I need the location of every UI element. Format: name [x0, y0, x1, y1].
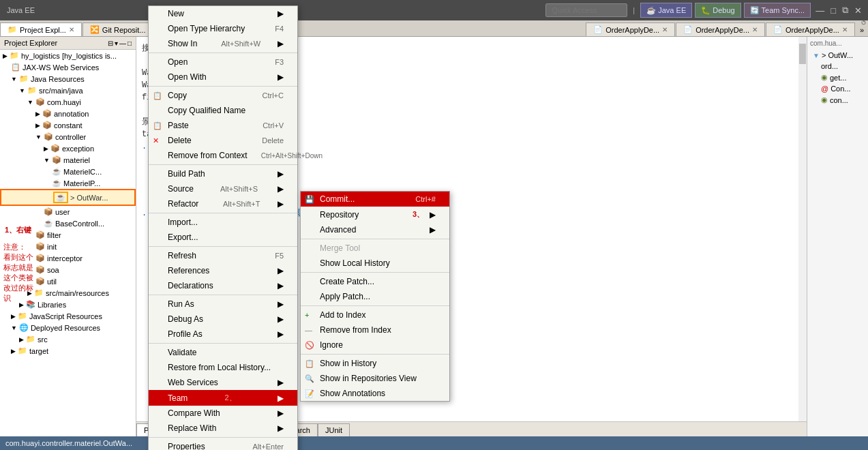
menu-item-remove-context[interactable]: Remove from Context Ctrl+Alt+Shift+Down [149, 148, 297, 163]
tree-item-controller[interactable]: ▼ 📦 controller [0, 131, 136, 142]
menu-item-copy-qualified[interactable]: Copy Qualified Name [149, 103, 297, 118]
menu-item-properties[interactable]: Properties Alt+Enter [149, 439, 297, 450]
submenu-merge-tool[interactable]: Merge Tool [301, 241, 449, 256]
panel-min-icon[interactable]: — [119, 40, 126, 47]
submenu-show-local-history[interactable]: Show Local History [301, 256, 449, 271]
outline-item-ord[interactable]: ord... [810, 61, 865, 72]
menu-item-open-type-hier[interactable]: Open Type Hierarchy F4 [149, 21, 297, 36]
menu-item-import[interactable]: Import... [149, 215, 297, 230]
quick-access-input[interactable] [545, 3, 627, 17]
submenu-show-history[interactable]: 📋 Show in History [301, 356, 449, 371]
tree-item-init[interactable]: 📦 init [0, 241, 136, 252]
close-editor-tab-2[interactable]: ✕ [752, 26, 758, 33]
tree-item-constant[interactable]: ▶ 📦 constant [0, 119, 136, 131]
close-editor-tab-3[interactable]: ✕ [842, 26, 848, 33]
tree-item-user[interactable]: 📦 user [0, 206, 136, 217]
panel-max-icon[interactable]: □ [128, 40, 132, 47]
submenu-create-patch[interactable]: Create Patch... [301, 274, 449, 289]
tree-item-materiel[interactable]: ▼ 📦 materiel [0, 154, 136, 166]
outline-item-get[interactable]: ◉ get... [810, 72, 865, 83]
menu-item-refresh[interactable]: Refresh F5 [149, 248, 297, 263]
team-sync-perspective[interactable]: 🔄 Team Sync... [744, 3, 811, 18]
menu-item-source[interactable]: Source Alt+Shift+S ▶ [149, 181, 297, 196]
menu-item-debug-as[interactable]: Debug As ▶ [149, 312, 297, 327]
tree-item-interceptor[interactable]: 📦 interceptor [0, 252, 136, 264]
close-window-icon[interactable]: ✕ [852, 4, 864, 17]
menu-item-open[interactable]: Open F3 [149, 55, 297, 70]
java-ee-perspective[interactable]: ☕ Java EE [640, 3, 692, 18]
outline-expand-icon: ▼ [813, 52, 820, 59]
outline-item-con[interactable]: @ Con... [810, 83, 865, 94]
tree-item-util[interactable]: 📦 util [0, 275, 136, 287]
submenu-ignore[interactable]: 🚫 Ignore [301, 338, 449, 352]
tree-item-annotation[interactable]: ▶ 📦 annotation [0, 108, 136, 119]
tree-item-src-resources[interactable]: ▶ 📁 src/main/resources [0, 287, 136, 299]
junit-tab[interactable]: JUnit [318, 423, 350, 436]
menu-item-build-path[interactable]: Build Path ▶ [149, 166, 297, 181]
menu-item-open-with[interactable]: Open With ▶ [149, 70, 297, 85]
submenu-commit[interactable]: 💾 Commit... Ctrl+# [301, 192, 449, 207]
menu-item-declarations[interactable]: Declarations ▶ [149, 278, 297, 293]
tree-item-src[interactable]: ▼ 📁 src/main/java [0, 85, 136, 96]
tree-item-comhuayi[interactable]: ▼ 📦 com.huayi [0, 96, 136, 108]
submenu-arrow-run: ▶ [278, 299, 284, 309]
menu-item-export[interactable]: Export... [149, 230, 297, 245]
tree-item-js-resources[interactable]: ▶ 📁 JavaScript Resources [0, 310, 136, 322]
outline-header: com.hua... [810, 40, 865, 47]
submenu-add-to-index[interactable]: + Add to Index [301, 308, 449, 322]
tree-item-project[interactable]: ▶ 📁 hy_logistics [hy_logistics is... [0, 50, 136, 61]
submenu-remove-index[interactable]: — Remove from Index [301, 322, 449, 338]
submenu-show-repo-view[interactable]: 🔍 Show in Repositories View [301, 371, 449, 386]
tree-item-filter[interactable]: 📦 filter [0, 229, 136, 241]
menu-item-references[interactable]: References ▶ [149, 263, 297, 278]
tree-item-java-resources[interactable]: ▼ 📁 Java Resources [0, 73, 136, 85]
menu-item-new[interactable]: New ▶ [149, 6, 297, 21]
menu-item-show-in[interactable]: Show In Alt+Shift+W ▶ [149, 36, 297, 51]
submenu-advanced[interactable]: Advanced ▶ [301, 222, 449, 237]
scroll-thumb[interactable] [799, 44, 806, 64]
outline-item-con2[interactable]: ◉ con... [810, 94, 865, 106]
menu-item-validate[interactable]: Validate [149, 345, 297, 360]
menu-item-compare[interactable]: Compare With ▶ [149, 406, 297, 421]
git-repo-tab[interactable]: 🔀 Git Reposit... [83, 22, 153, 36]
tree-item-basecontrol[interactable]: ☕ BaseControll... [0, 217, 136, 229]
tree-item-materielp[interactable]: ☕ MaterielP... [0, 177, 136, 189]
tree-item-exception[interactable]: ▶ 📦 exception [0, 142, 136, 154]
close-editor-tab-1[interactable]: ✕ [662, 26, 668, 33]
menu-item-profile-as[interactable]: Profile As ▶ [149, 327, 297, 342]
menu-item-refactor[interactable]: Refactor Alt+Shift+T ▶ [149, 196, 297, 211]
editor-tab-3[interactable]: 📄 OrderApplyDe... ✕ [766, 22, 855, 36]
submenu-repository[interactable]: Repository 3、 ▶ [301, 207, 449, 222]
tree-item-soa[interactable]: 📦 soa [0, 264, 136, 275]
panel-menu-icon[interactable]: ▾ [115, 40, 118, 47]
tree-item-materielc[interactable]: ☕ MaterielC... [0, 166, 136, 177]
tree-item-libraries[interactable]: ▶ 📚 Libraries [0, 299, 136, 310]
menu-item-copy[interactable]: 📋 Copy Ctrl+C [149, 88, 297, 103]
outline-item-outw[interactable]: ▼ > OutW... [810, 50, 865, 61]
editor-tab-1[interactable]: 📄 OrderApplyDe... ✕ [586, 22, 675, 36]
submenu-apply-patch[interactable]: Apply Patch... [301, 289, 449, 304]
submenu-show-annotations[interactable]: 📝 Show Annotations [301, 386, 449, 401]
tree-item-deployed[interactable]: ▼ 🌐 Deployed Resources [0, 322, 136, 333]
editor-tab-2[interactable]: 📄 OrderApplyDe... ✕ [676, 22, 765, 36]
menu-item-team[interactable]: Team 2、 ▶ [149, 390, 297, 406]
menu-item-delete[interactable]: ✕ Delete Delete [149, 133, 297, 148]
minimize-icon[interactable]: — [813, 4, 826, 17]
collapse-all-icon[interactable]: ⊟ [108, 40, 113, 47]
menu-item-run-as[interactable]: Run As ▶ [149, 297, 297, 312]
menu-item-web-services[interactable]: Web Services ▶ [149, 375, 297, 390]
debug-perspective[interactable]: 🐛 Debug [695, 3, 740, 18]
menu-item-restore[interactable]: Restore from Local History... [149, 360, 297, 375]
vertical-scrollbar[interactable] [798, 37, 807, 450]
project-explorer-tab[interactable]: 📁 Project Expl... ✕ [0, 22, 82, 36]
topbar-menu-file[interactable]: Java EE [4, 5, 38, 16]
close-project-tab[interactable]: ✕ [69, 26, 74, 33]
tree-item-jaxws[interactable]: 📋 JAX-WS Web Services [0, 61, 136, 73]
menu-item-replace[interactable]: Replace With ▶ [149, 421, 297, 436]
restore-icon[interactable]: ⧉ [840, 3, 850, 17]
menu-item-paste[interactable]: 📋 Paste Ctrl+V [149, 118, 297, 133]
tree-item-src-folder[interactable]: ▶ 📁 src [0, 333, 136, 345]
tree-item-target[interactable]: ▶ 📁 target [0, 345, 136, 357]
maximize-icon[interactable]: □ [828, 4, 838, 17]
tree-item-outwar[interactable]: ☕ > OutWar... [0, 189, 136, 206]
